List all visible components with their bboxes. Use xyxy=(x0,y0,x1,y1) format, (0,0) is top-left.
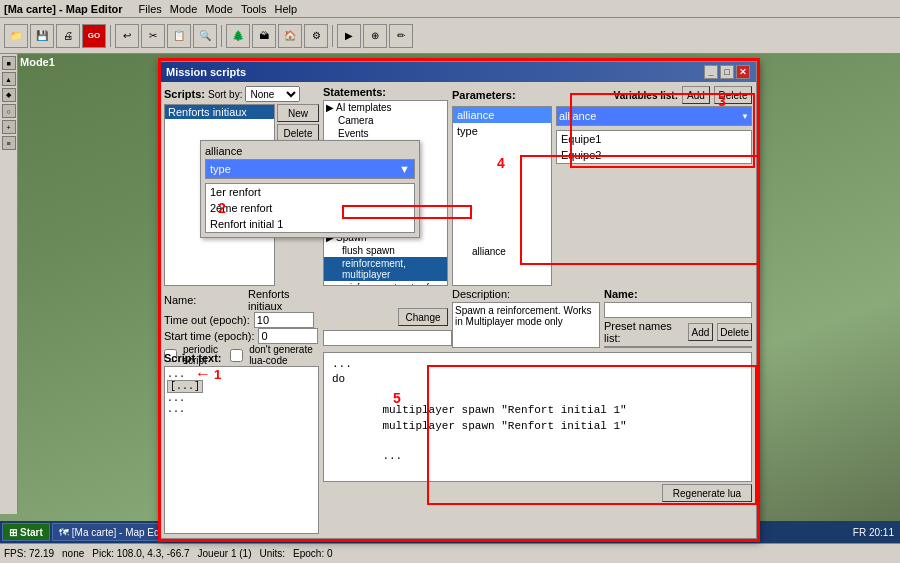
equipe1-item[interactable]: Equipe1 xyxy=(557,131,751,147)
window-title: [Ma carte] - Map Editor xyxy=(4,3,123,15)
code-line-3: multiplayer spawn "Renfort initial 1" xyxy=(332,403,743,418)
preset-list xyxy=(604,346,752,348)
name-label: Name: xyxy=(164,294,244,306)
param-alliance[interactable]: alliance xyxy=(453,107,551,123)
timeout-row: Time out (epoch): xyxy=(164,312,319,328)
desc-area: Description: Spawn a reinforcement. Work… xyxy=(452,288,600,348)
tree-events[interactable]: Events xyxy=(324,127,447,140)
sidebar-icon-3[interactable]: ◆ xyxy=(2,88,16,102)
toolbar-btn-14[interactable]: ⊕ xyxy=(363,24,387,48)
taskbar-map-editor-btn[interactable]: 🗺 [Ma carte] - Map Ed... xyxy=(52,523,175,541)
code-section: ... do multiplayer spawn "Renfort initia… xyxy=(323,352,752,534)
add-var-btn[interactable]: Add xyxy=(682,86,710,104)
script-item-renforts[interactable]: Renforts initiaux xyxy=(165,105,274,119)
search-input[interactable] xyxy=(323,330,452,346)
tree-flush-spawn[interactable]: flush spawn xyxy=(324,244,447,257)
toolbar-btn-15[interactable]: ✏ xyxy=(389,24,413,48)
start-time-input[interactable] xyxy=(258,328,318,344)
dialog-minimize-btn[interactable]: _ xyxy=(704,65,718,79)
toolbar-btn-5[interactable]: ↩ xyxy=(115,24,139,48)
toolbar-btn-9[interactable]: 🌲 xyxy=(226,24,250,48)
timeout-input[interactable] xyxy=(254,312,314,328)
sort-select[interactable]: None xyxy=(245,86,300,102)
mode-label: Mode1 xyxy=(20,56,55,68)
params-content: alliance type alliance ▼ Equipe1 Equipe2 xyxy=(452,106,752,286)
alliance-dropdown[interactable]: alliance ▼ xyxy=(556,106,752,126)
tree-reinforcement-multiplayer[interactable]: reinforcement, multiplayer xyxy=(324,257,447,281)
preset-label: Preset names list: xyxy=(604,320,684,344)
script-text-content: ... [...] ... ... xyxy=(164,366,319,534)
sidebar-icon-6[interactable]: ≡ xyxy=(2,136,16,150)
change-btn[interactable]: Change xyxy=(398,308,448,326)
units-label: Units: xyxy=(259,548,285,559)
menu-tools[interactable]: Tools xyxy=(241,3,267,15)
timeout-label: Time out (epoch): xyxy=(164,314,250,326)
toolbar-btn-12[interactable]: ⚙ xyxy=(304,24,328,48)
toolbar-btn-1[interactable]: 📁 xyxy=(4,24,28,48)
vars-label: Variables list: xyxy=(614,90,678,101)
script-dots2: ... xyxy=(167,393,316,404)
sort-row: Scripts: Sort by: None xyxy=(164,86,319,102)
script-text-label: Script text: xyxy=(164,352,319,364)
vars-panel: alliance ▼ Equipe1 Equipe2 xyxy=(556,106,752,286)
param-type[interactable]: type xyxy=(453,123,551,139)
preset-delete-btn[interactable]: Delete xyxy=(717,323,752,341)
name-section-input[interactable] xyxy=(604,302,752,318)
nested-type-label: type xyxy=(210,163,231,175)
menu-files[interactable]: Files xyxy=(139,3,162,15)
tree-reinforcement-setup[interactable]: reinforcement, setup for MP xyxy=(324,281,447,286)
script-text-section: Script text: ... [...] ... ... ... do mu… xyxy=(164,352,752,534)
name-section-header: Name: xyxy=(604,288,752,300)
code-line-2 xyxy=(332,388,743,403)
dialog-maximize-btn[interactable]: □ xyxy=(720,65,734,79)
toolbar-btn-10[interactable]: 🏔 xyxy=(252,24,276,48)
toolbar-separator-3 xyxy=(332,25,333,47)
toolbar-btn-3[interactable]: 🖨 xyxy=(56,24,80,48)
taskbar-map-icon: 🗺 xyxy=(59,527,69,538)
equipe-list: Equipe1 Equipe2 xyxy=(556,130,752,164)
params-header: Parameters: Variables list: Add Delete xyxy=(452,86,752,104)
toolbar-btn-6[interactable]: ✂ xyxy=(141,24,165,48)
menu-mode[interactable]: Mode xyxy=(170,3,198,15)
delete-var-btn[interactable]: Delete xyxy=(714,86,752,104)
renfort-2eme[interactable]: 2ème renfort xyxy=(206,200,414,216)
tree-camera[interactable]: Camera xyxy=(324,114,447,127)
toolbar-separator-1 xyxy=(110,25,111,47)
equipe2-item[interactable]: Equipe2 xyxy=(557,147,751,163)
renfort-1er[interactable]: 1er renfort xyxy=(206,184,414,200)
toolbar: 📁 💾 🖨 GO ↩ ✂ 📋 🔍 🌲 🏔 🏠 ⚙ ▶ ⊕ ✏ xyxy=(0,18,900,54)
toolbar-btn-13[interactable]: ▶ xyxy=(337,24,361,48)
regen-btn[interactable]: Regenerate lua xyxy=(662,484,752,502)
code-line-1: do xyxy=(332,372,743,387)
toolbar-btn-2[interactable]: 💾 xyxy=(30,24,54,48)
menu-help[interactable]: Help xyxy=(275,3,298,15)
nested-type-dropdown[interactable]: type ▼ xyxy=(205,159,415,179)
search-row: Search xyxy=(323,330,448,348)
sidebar-icon-1[interactable]: ■ xyxy=(2,56,16,70)
code-line-6: ... xyxy=(332,449,743,464)
name-value: Renforts initiaux xyxy=(248,288,319,312)
toolbar-btn-8[interactable]: 🔍 xyxy=(193,24,217,48)
toolbar-btn-11[interactable]: 🏠 xyxy=(278,24,302,48)
toolbar-btn-4[interactable]: GO xyxy=(82,24,106,48)
nested-alliance-label: alliance xyxy=(205,145,415,157)
change-search-area: Change Search xyxy=(323,288,448,348)
new-script-btn[interactable]: New xyxy=(277,104,319,122)
sidebar-icon-4[interactable]: ○ xyxy=(2,104,16,118)
preset-add-btn[interactable]: Add xyxy=(688,323,714,341)
params-list[interactable]: alliance type xyxy=(452,106,552,286)
menu-mode2[interactable]: Mode xyxy=(205,3,233,15)
tree-ai-templates[interactable]: ▶AI templates xyxy=(324,101,447,114)
params-label: Parameters: xyxy=(452,89,516,101)
taskbar-start-btn[interactable]: ⊞ Start xyxy=(2,523,50,541)
pick-label: Pick: 108.0, 4.3, -66.7 xyxy=(92,548,189,559)
mode-status: none xyxy=(62,548,84,559)
dialog-close-btn[interactable]: ✕ xyxy=(736,65,750,79)
toolbar-btn-7[interactable]: 📋 xyxy=(167,24,191,48)
nested-type-arrow-icon: ▼ xyxy=(399,163,410,175)
sidebar-icon-5[interactable]: + xyxy=(2,120,16,134)
code-line-0: ... xyxy=(332,357,743,372)
sidebar-icon-2[interactable]: ▲ xyxy=(2,72,16,86)
renfort-initial[interactable]: Renfort initial 1 xyxy=(206,216,414,232)
dialog-title-buttons: _ □ ✕ xyxy=(704,65,750,79)
